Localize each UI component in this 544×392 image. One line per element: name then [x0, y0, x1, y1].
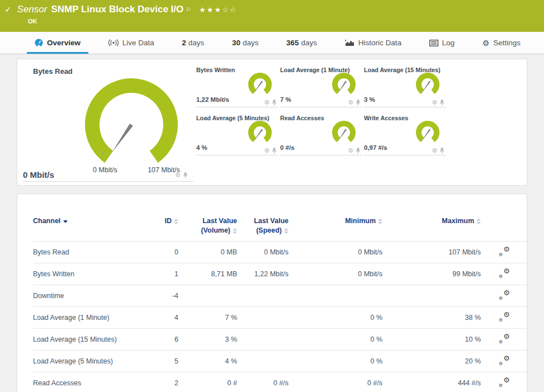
- minimum-value: 0 %: [288, 306, 382, 328]
- gauge-value: 4 %: [196, 144, 207, 151]
- column-header-last-value-volume[interactable]: Last Value (Volume): [178, 214, 237, 241]
- gauge-settings-icon[interactable]: ⚙: [264, 148, 269, 154]
- tab-settings[interactable]: ⚙ Settings: [475, 32, 528, 54]
- last-value-volume: 0 MB: [178, 241, 237, 263]
- column-header-channel[interactable]: Channel: [33, 214, 150, 241]
- sort-icon: [378, 219, 382, 224]
- maximum-value: 444 #/s: [382, 372, 481, 392]
- table-row: Load Average (5 Minutes) 5 4 % 0 % 20 % …: [33, 350, 528, 372]
- tab-365-days[interactable]: 365 days: [278, 32, 325, 54]
- tab-label: days: [188, 39, 205, 47]
- tab-historic-data[interactable]: Historic Data: [337, 32, 409, 54]
- pin-icon[interactable]: [183, 172, 188, 178]
- table-row: Downtime -4 ⚙⚙: [33, 285, 528, 306]
- column-header-last-value-speed[interactable]: Last Value (Speed): [237, 214, 288, 241]
- sensor-header: ✓ Sensor SNMP Linux Block Device I/O ⚐ ★…: [0, 0, 544, 32]
- sort-icon: [284, 228, 288, 234]
- last-value-speed: [237, 285, 288, 306]
- minimum-value: 0 %: [288, 350, 382, 372]
- gauge-settings-icon[interactable]: ⚙: [348, 148, 353, 154]
- gauge-tile-load-1min: Load Average (1 Minute) 7 % ⚙: [280, 67, 362, 107]
- last-value-volume: 0 #: [178, 372, 237, 392]
- column-label: (Speed): [256, 226, 282, 234]
- column-label: (Volume): [201, 226, 230, 234]
- edit-channel-gears-icon[interactable]: ⚙⚙: [499, 290, 510, 300]
- table-row: Bytes Read 0 0 MB 0 Mbit/s 0 Mbit/s 107 …: [33, 241, 528, 263]
- column-label: Minimum: [345, 217, 376, 225]
- channel-name: Load Average (1 Minute): [33, 306, 150, 328]
- priority-stars[interactable]: ★★★☆☆: [199, 6, 237, 14]
- gauge-mean-marker: x̄: [101, 150, 104, 156]
- tab-log[interactable]: Log: [422, 32, 463, 54]
- channel-id: 2: [150, 372, 178, 392]
- maximum-value: 10 %: [382, 328, 481, 350]
- column-label: Last Value: [237, 216, 288, 226]
- pin-icon[interactable]: [439, 100, 444, 106]
- tab-live-data[interactable]: Live Data: [101, 32, 162, 54]
- sort-icon: [174, 219, 178, 224]
- gauge-chart: [244, 71, 276, 100]
- pin-icon[interactable]: [439, 148, 444, 154]
- stars-empty[interactable]: ☆☆: [222, 6, 237, 14]
- maximum-value: 20 %: [382, 350, 481, 372]
- gauge-settings-icon[interactable]: ⚙: [175, 172, 181, 178]
- gauge-chart: [412, 71, 443, 100]
- pin-icon[interactable]: [356, 148, 361, 154]
- edit-channel-gears-icon[interactable]: ⚙⚙: [499, 377, 510, 387]
- minimum-value: 0 Mbit/s: [288, 241, 382, 263]
- column-header-minimum[interactable]: Minimum: [288, 214, 382, 241]
- edit-channel-gears-icon[interactable]: ⚙⚙: [499, 356, 510, 365]
- edit-channel-gears-icon[interactable]: ⚙⚙: [499, 268, 510, 278]
- gauge-value: 0,97 #/s: [364, 144, 387, 151]
- tile-divider: [23, 181, 193, 182]
- status-badge: OK: [28, 18, 538, 25]
- tab-num: 365: [286, 39, 299, 47]
- maximum-value: [382, 285, 481, 306]
- tab-overview[interactable]: Overview: [27, 32, 88, 54]
- column-header-maximum[interactable]: Maximum: [382, 214, 481, 241]
- primary-gauge-chart: [75, 70, 187, 167]
- channels-panel: Channel ID Last Value (Volume) Last Valu…: [17, 193, 527, 392]
- last-value-speed: 0 Mbit/s: [237, 241, 288, 263]
- column-header-id[interactable]: ID: [150, 214, 178, 241]
- channel-name: Bytes Read: [33, 241, 150, 263]
- tab-bar: Overview Live Data 2 days 30 days 365 da…: [0, 32, 544, 54]
- last-value-speed: 0 #/s: [237, 372, 288, 392]
- gauge-tile-write-accesses: Write Accesses 0,97 #/s ⚙: [364, 115, 446, 155]
- channel-id: 4: [150, 306, 178, 328]
- overview-gauges-panel: Bytes Read x̄ 0 Mbit/s 107 Mbit/s 0 Mbit…: [17, 59, 527, 186]
- gauge-settings-icon[interactable]: ⚙: [348, 100, 353, 106]
- minimum-value: [288, 285, 382, 306]
- channel-name: Bytes Written: [33, 263, 150, 285]
- tab-30-days[interactable]: 30 days: [224, 32, 267, 54]
- channel-id: 1: [150, 263, 178, 285]
- flag-icon[interactable]: ⚐: [186, 6, 191, 13]
- tab-2-days[interactable]: 2 days: [174, 32, 212, 54]
- pin-icon[interactable]: [272, 148, 277, 154]
- last-value-speed: 1,22 Mbit/s: [237, 263, 288, 285]
- gauge-settings-icon[interactable]: ⚙: [264, 100, 269, 106]
- edit-channel-gears-icon[interactable]: ⚙⚙: [499, 334, 510, 343]
- edit-channel-gears-icon[interactable]: ⚙⚙: [499, 312, 510, 322]
- edit-channel-gears-icon[interactable]: ⚙⚙: [499, 247, 510, 256]
- pin-icon[interactable]: [356, 100, 361, 106]
- maximum-value: 38 %: [382, 306, 481, 328]
- column-label: Channel: [33, 217, 60, 225]
- tab-label: Historic Data: [358, 39, 401, 47]
- gauge-value: 3 %: [364, 96, 375, 103]
- channel-name: Load Average (15 Minutes): [33, 328, 150, 350]
- channel-name: Downtime: [33, 285, 150, 306]
- gauge-settings-icon[interactable]: ⚙: [432, 148, 437, 154]
- broadcast-icon: [108, 39, 119, 46]
- log-list-icon: [429, 40, 438, 46]
- gauge-settings-icon[interactable]: ⚙: [432, 100, 437, 106]
- gauge-chart: [412, 119, 443, 148]
- last-value-volume: 8,71 MB: [178, 263, 237, 285]
- gauge-tile-load-15min: Load Average (15 Minutes) 3 % ⚙: [364, 67, 446, 107]
- stars-filled[interactable]: ★★★: [199, 6, 222, 14]
- minimum-value: 0 %: [288, 328, 382, 350]
- pin-icon[interactable]: [272, 100, 277, 106]
- last-value-speed: [237, 306, 288, 328]
- column-label: ID: [165, 217, 172, 225]
- last-value-volume: [178, 285, 237, 306]
